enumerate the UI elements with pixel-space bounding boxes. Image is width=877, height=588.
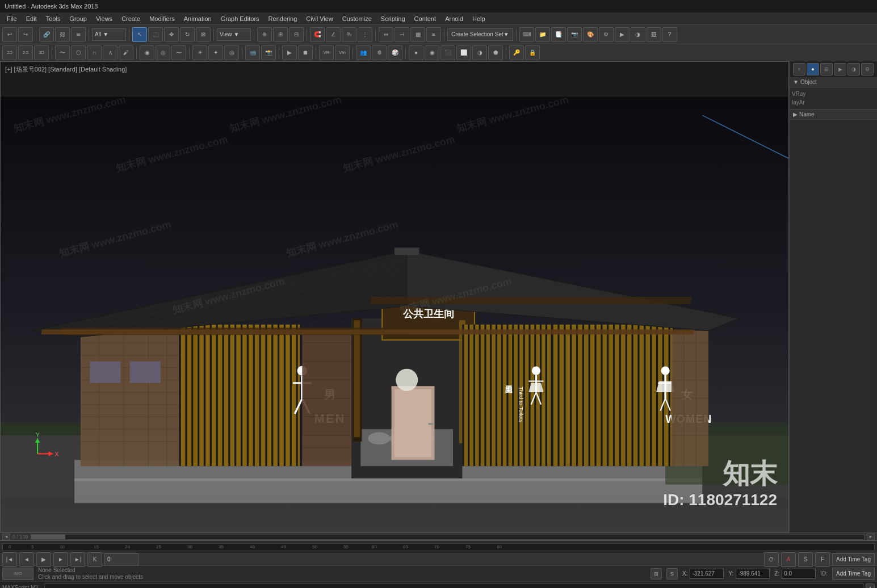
z-coord-input[interactable]	[782, 569, 816, 579]
mirror-button[interactable]: ⇔	[379, 27, 393, 42]
viewport[interactable]: [+] [场景号002] [Standard] [Default Shading…	[0, 61, 789, 532]
modify-panel-tab[interactable]: ●	[807, 63, 819, 75]
transform-coordinate-button[interactable]: ⊟	[289, 27, 304, 42]
go-to-start-button[interactable]: |◄	[2, 552, 17, 567]
target-spot-button[interactable]: ◎	[224, 45, 239, 60]
light-source-button[interactable]: ☀	[192, 45, 207, 60]
lock-btn[interactable]: 🔒	[525, 45, 540, 60]
menu-help[interactable]: Help	[468, 14, 490, 23]
menu-civil-view[interactable]: Civil View	[301, 14, 337, 23]
vray-section-header[interactable]: ▼ Object	[790, 77, 877, 87]
scroll-left-button[interactable]: ◄	[2, 534, 10, 540]
menu-modifiers[interactable]: Modifiers	[145, 14, 179, 23]
menu-create[interactable]: Create	[117, 14, 145, 23]
next-frame-button[interactable]: ►	[53, 552, 68, 567]
menu-views[interactable]: Views	[91, 14, 117, 23]
menu-group[interactable]: Group	[65, 14, 91, 23]
menu-tools[interactable]: Tools	[41, 14, 65, 23]
h-scrollbar[interactable]: ◄ 0 / 100 ►	[0, 532, 877, 540]
create-panel-tab[interactable]: +	[793, 63, 805, 75]
undo-button[interactable]: ↩	[2, 27, 17, 42]
bind-space-warp-button[interactable]: ≋	[71, 27, 86, 42]
reference-coord-dropdown[interactable]: View ▼	[217, 28, 251, 41]
play-animation-button[interactable]: ▶	[282, 45, 297, 60]
crowd-bake-button[interactable]: 🎲	[388, 45, 402, 60]
cube-btn[interactable]: ⬛	[440, 45, 455, 60]
name-section-header[interactable]: ▶ Name	[790, 110, 877, 120]
capsule-btn[interactable]: ⬜	[456, 45, 471, 60]
bottom-add-time-tag-button[interactable]: Add Time Tag	[832, 568, 875, 580]
render-button[interactable]: ▶	[615, 27, 630, 42]
select-center-button[interactable]: ⊞	[273, 27, 288, 42]
boolean-button[interactable]: ∩	[87, 45, 102, 60]
crowd-setup-button[interactable]: ⚙	[372, 45, 387, 60]
menu-scripting[interactable]: Scripting	[376, 14, 410, 23]
time-config-button[interactable]: ⏱	[764, 552, 779, 567]
render-setup-button[interactable]: ⚙	[599, 27, 614, 42]
key-btn[interactable]: 🔑	[509, 45, 524, 60]
use-pivot-button[interactable]: ⊕	[257, 27, 272, 42]
create-selection-set-button[interactable]: Create Selection Set ▼	[447, 28, 513, 41]
scene-explorer-button[interactable]: 📁	[535, 27, 550, 42]
stop-animation-button[interactable]: ⏹	[298, 45, 313, 60]
key-filter-button[interactable]: F	[815, 552, 830, 567]
snap-3d-button[interactable]: 3D	[34, 45, 49, 60]
snaps-active-button[interactable]: S	[666, 568, 678, 579]
menu-edit[interactable]: Edit	[22, 14, 41, 23]
material-editor-button[interactable]: 🎨	[583, 27, 598, 42]
skin-button[interactable]: ◎	[156, 45, 170, 60]
display-panel-tab[interactable]: ◑	[847, 63, 860, 75]
select-region-button[interactable]: ⬚	[148, 27, 163, 42]
menu-animation[interactable]: Animation	[179, 14, 216, 23]
maxscript-input[interactable]	[44, 583, 863, 589]
nurbs-button[interactable]: 〜	[55, 45, 70, 60]
menu-arnold[interactable]: Arnold	[440, 14, 468, 23]
vray-button[interactable]: VR	[319, 45, 334, 60]
spinner-snap-button[interactable]: ⋮	[358, 27, 372, 42]
go-to-end-button[interactable]: ►|	[70, 552, 85, 567]
key-mode-button[interactable]: K	[87, 552, 102, 567]
x-coord-input[interactable]	[690, 569, 724, 579]
menu-customize[interactable]: Customize	[338, 14, 376, 23]
snap-25d-button[interactable]: 2.5	[18, 45, 33, 60]
utilities-panel-tab[interactable]: ⚙	[861, 63, 874, 75]
angle-snap-button[interactable]: ∠	[326, 27, 341, 42]
y-coord-input[interactable]	[736, 569, 770, 579]
menu-graph-editors[interactable]: Graph Editors	[216, 14, 264, 23]
prev-frame-button[interactable]: ◄	[19, 552, 34, 567]
redo-button[interactable]: ↪	[18, 27, 33, 42]
add-time-tag-button[interactable]: Add Time Tag	[832, 553, 875, 566]
frame-counter[interactable]: 0	[104, 553, 139, 566]
keyboard-shortcut-override-button[interactable]: ⌨	[519, 27, 534, 42]
align-button[interactable]: ⊣	[395, 27, 409, 42]
omni-light-button[interactable]: ✦	[208, 45, 223, 60]
move-button[interactable]: ✥	[164, 27, 179, 42]
hierarchy-panel-tab[interactable]: ⊞	[820, 63, 833, 75]
vray-material-button[interactable]: Vm	[335, 45, 350, 60]
extras-btn[interactable]: ⬟	[488, 45, 503, 60]
menu-content[interactable]: Content	[410, 14, 441, 23]
play-button[interactable]: ▶	[36, 552, 51, 567]
free-camera-button[interactable]: 📸	[261, 45, 276, 60]
paint-button[interactable]: 🖌	[119, 45, 133, 60]
scroll-thumb[interactable]	[31, 535, 65, 539]
scroll-track[interactable]	[31, 534, 865, 540]
maxscript-expand-button[interactable]: ▲	[866, 583, 875, 589]
snap-toggle-button[interactable]: 🧲	[310, 27, 325, 42]
set-key-button[interactable]: S	[798, 552, 813, 567]
crowd-button[interactable]: 👥	[356, 45, 371, 60]
mini-viewport-thumb[interactable]: IMG	[2, 568, 33, 580]
array-button[interactable]: ▦	[410, 27, 425, 42]
ffd-button[interactable]: ⬡	[71, 45, 86, 60]
circle-btn[interactable]: ●	[409, 45, 423, 60]
snap-2d-button[interactable]: 2D	[2, 45, 17, 60]
grid-snaps-button[interactable]: ⊞	[651, 568, 662, 579]
selection-filter-dropdown[interactable]: All ▼	[92, 28, 126, 41]
help-button[interactable]: ?	[662, 27, 677, 42]
render-frame-window-button[interactable]: 🖼	[647, 27, 661, 42]
menu-rendering[interactable]: Rendering	[264, 14, 302, 23]
halfball-btn[interactable]: ◑	[472, 45, 487, 60]
auto-key-button[interactable]: A	[781, 552, 796, 567]
motion-panel-tab[interactable]: ▶	[834, 63, 846, 75]
rotate-button[interactable]: ↻	[180, 27, 195, 42]
